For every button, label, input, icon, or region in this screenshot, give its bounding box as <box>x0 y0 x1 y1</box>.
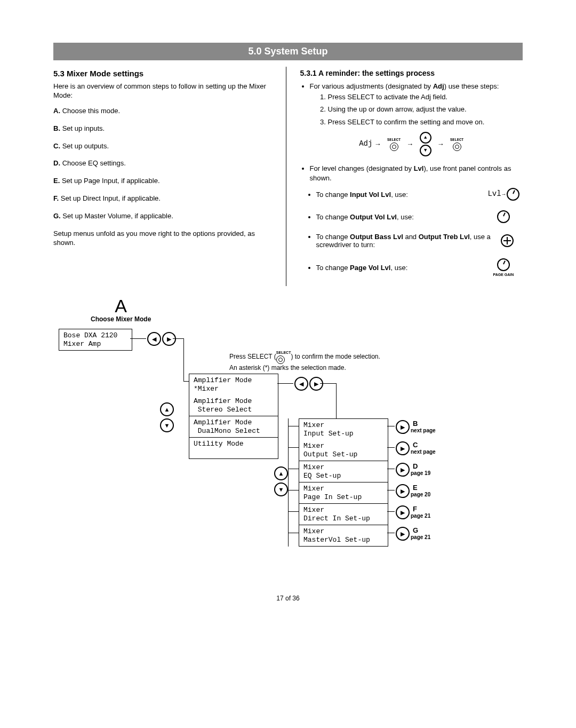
down-arrow-icon: ▼ <box>160 418 174 432</box>
adj-step: Press SELECT to confirm the setting and … <box>328 117 523 127</box>
right-arrow-icon: ▶ <box>309 377 323 391</box>
lcd-mixer-menu: MixerOutput Set-up <box>299 440 388 461</box>
input-vol-knob-icon <box>507 188 519 201</box>
step-text: Choose this mode. <box>62 107 120 115</box>
lcd-mode-dualmono: Amplifier Mode DualMono Select <box>189 416 278 438</box>
select-note: Press SELECT (SELECT) to confirm the mod… <box>229 350 432 373</box>
step-label: E. <box>53 177 60 185</box>
heading-5-3-1: 5.3.1 A reminder: the settings process <box>300 69 523 77</box>
output-vol-knob-icon <box>497 210 510 223</box>
up-arrow-icon: ▲ <box>274 466 288 480</box>
lcd-mixer-menu: MixerEQ Set-up <box>299 461 388 482</box>
step-text: Set up Direct Input, if applicable. <box>61 194 161 202</box>
down-arrow-icon: ▼ <box>420 145 431 156</box>
right-arrow-icon: ▶ <box>396 463 410 477</box>
lvl-item: To change Page Vol Lvl, use: PAGE GAIN <box>316 258 523 276</box>
right-arrow-icon: ▶ <box>396 527 410 541</box>
adj-sequence-diagram: Adj→ SELECT → ▲ ▼ → SELECT <box>300 132 523 156</box>
step-text: Choose EQ settings. <box>62 159 126 167</box>
lvl-item: To change Input Vol Lvl, use: Lvl→ <box>316 188 523 201</box>
select-button-icon <box>276 355 285 364</box>
select-button-icon <box>453 143 461 151</box>
left-column: 5.3 Mixer Mode settings Here is an overv… <box>53 67 286 286</box>
lvl-intro: For level changes (designated by Lvl), u… <box>310 164 523 183</box>
menu-link-label: Bnext page <box>411 420 436 433</box>
step-list: A. Choose this mode. B. Set up inputs. C… <box>53 107 276 221</box>
right-arrow-icon: ▶ <box>162 332 176 346</box>
adj-step: Press SELECT to activate the Adj field. <box>328 92 523 102</box>
step-text: Set up outputs. <box>62 142 109 150</box>
menu-link-label: Dpage 19 <box>411 462 430 476</box>
up-arrow-icon: ▲ <box>420 132 431 144</box>
step-text: Set up inputs. <box>62 124 105 132</box>
lcd-mode-mixer: Amplifier Mode *Mixer <box>189 374 278 395</box>
lvl-item: To change Output Vol Lvl, use: <box>316 210 523 223</box>
section-a-letter: A <box>115 296 127 316</box>
right-arrow-icon: ▶ <box>396 441 410 455</box>
step-label: C. <box>53 142 60 150</box>
lcd-mixer-menu: MixerMasterVol Set-up <box>299 525 388 547</box>
right-arrow-icon: ▶ <box>396 505 410 519</box>
page-number: 17 of 36 <box>53 595 523 602</box>
lvl-item: To change Output Bass Lvl and Output Tre… <box>316 233 523 249</box>
step-text: Set up Master Volume, if applicable. <box>62 212 173 220</box>
page-gain-knob-icon <box>497 258 510 271</box>
adj-step: Using the up or down arrow, adjust the v… <box>328 105 523 114</box>
right-column: 5.3.1 A reminder: the settings process F… <box>297 67 523 286</box>
down-arrow-icon: ▼ <box>274 482 288 496</box>
menu-link-label: Epage 20 <box>411 484 430 497</box>
left-arrow-icon: ◀ <box>294 377 308 391</box>
outro-text: Setup menus unfold as you move right to … <box>53 230 276 248</box>
menu-link-label: Cnext page <box>411 441 436 455</box>
up-arrow-icon: ▲ <box>160 402 174 416</box>
menu-link-label: Gpage 21 <box>411 526 430 540</box>
lcd-mode-stereo: Amplifier Mode Stereo Select <box>189 395 278 416</box>
left-arrow-icon: ◀ <box>147 332 161 346</box>
lcd-mode-utility: Utility Mode <box>189 438 278 459</box>
step-label: B. <box>53 124 60 132</box>
intro-text: Here is an overview of common steps to f… <box>53 82 276 100</box>
step-label: G. <box>53 212 61 220</box>
step-label: A. <box>53 107 60 115</box>
adj-intro: For various adjustments (designated by A… <box>310 82 523 126</box>
lcd-mixer-menu: MixerDirect In Set-up <box>299 504 388 525</box>
heading-5-3: 5.3 Mixer Mode settings <box>53 69 276 78</box>
lcd-mixer-menu: MixerPage In Set-up <box>299 482 388 504</box>
menu-flow-diagram: A Choose Mixer Mode Bose DXA 2120 Mixer … <box>53 296 523 573</box>
step-label: F. <box>53 194 59 202</box>
select-button-icon <box>390 143 398 151</box>
lcd-mixer-menu: MixerInput Set-up <box>299 418 388 440</box>
step-label: D. <box>53 159 60 167</box>
section-a-label: Choose Mixer Mode <box>91 315 151 323</box>
section-title-bar: 5.0 System Setup <box>53 43 523 60</box>
right-arrow-icon: ▶ <box>396 484 410 498</box>
screwdriver-trim-icon <box>501 234 514 247</box>
lcd-home: Bose DXA 2120 Mixer Amp <box>59 329 132 351</box>
step-text: Set up Page Input, if applicable. <box>62 177 160 185</box>
menu-link-label: Fpage 21 <box>411 505 430 519</box>
right-arrow-icon: ▶ <box>396 420 410 434</box>
